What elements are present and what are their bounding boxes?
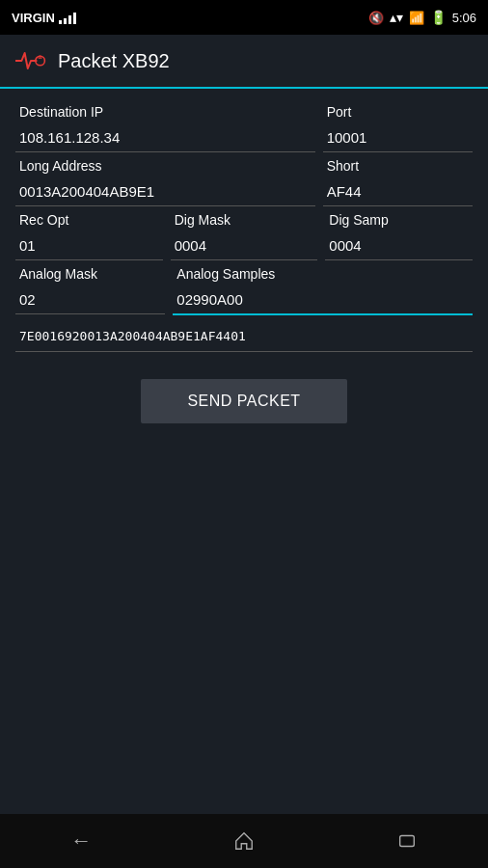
mute-icon: 🔇 — [368, 11, 384, 25]
group-port: Port — [323, 104, 473, 152]
group-rec-opt: Rec Opt — [15, 212, 163, 260]
app-title: Packet XB92 — [58, 50, 170, 72]
group-destination-ip: Destination IP — [15, 104, 315, 152]
group-analog-samples: Analog Samples — [173, 266, 473, 315]
label-destination-ip: Destination IP — [15, 104, 315, 120]
battery-icon: 🔋 — [430, 10, 447, 25]
main-content: Destination IP Port Long Address Short R… — [0, 89, 488, 814]
time-display: 5:06 — [452, 11, 476, 25]
carrier-name: VIRGIN — [12, 11, 55, 25]
signal-cell-icon: 📶 — [409, 11, 424, 25]
app-bar: Packet XB92 — [0, 35, 488, 89]
label-dig-mask: Dig Mask — [171, 212, 318, 228]
back-button[interactable]: ← — [47, 821, 115, 861]
group-dig-samp: Dig Samp — [325, 212, 473, 260]
row-analog: Analog Mask Analog Samples — [15, 266, 473, 315]
input-dig-samp[interactable] — [325, 231, 473, 260]
input-destination-ip[interactable] — [15, 123, 315, 152]
svg-rect-1 — [399, 836, 414, 847]
recents-button[interactable] — [373, 823, 441, 859]
group-dig-mask: Dig Mask — [171, 212, 318, 260]
signal-icon — [59, 11, 76, 24]
input-rec-opt[interactable] — [15, 231, 163, 260]
label-dig-samp: Dig Samp — [325, 212, 473, 228]
label-rec-opt: Rec Opt — [15, 212, 163, 228]
status-bar: VIRGIN 🔇 ▴▾ 📶 🔋 5:06 — [0, 0, 488, 35]
carrier-info: VIRGIN — [12, 11, 76, 25]
input-long-address[interactable] — [15, 177, 315, 206]
label-short: Short — [323, 158, 473, 174]
input-port[interactable] — [323, 123, 473, 152]
pulse-wave-icon — [15, 49, 46, 72]
home-icon — [233, 830, 255, 852]
wifi-icon: ▴▾ — [390, 10, 403, 25]
app-logo — [15, 49, 46, 72]
send-btn-row: Send Packet — [15, 379, 473, 423]
label-analog-mask: Analog Mask — [15, 266, 165, 282]
input-analog-mask[interactable] — [15, 285, 165, 314]
row-rec-dig: Rec Opt Dig Mask Dig Samp — [15, 212, 473, 260]
label-long-address: Long Address — [15, 158, 315, 174]
input-analog-samples[interactable] — [173, 285, 473, 315]
status-right: 🔇 ▴▾ 📶 🔋 5:06 — [368, 10, 476, 25]
row-long-short: Long Address Short — [15, 158, 473, 206]
hex-output-row — [15, 321, 473, 352]
label-analog-samples: Analog Samples — [173, 266, 473, 282]
group-short: Short — [323, 158, 473, 206]
group-analog-mask: Analog Mask — [15, 266, 165, 315]
recents-icon — [396, 830, 418, 852]
group-long-address: Long Address — [15, 158, 315, 206]
hex-output-field[interactable] — [15, 321, 473, 352]
input-dig-mask[interactable] — [171, 231, 318, 260]
nav-bar: ← — [0, 814, 488, 868]
home-button[interactable] — [210, 823, 278, 859]
label-port: Port — [323, 104, 473, 120]
row-dest-ip-port: Destination IP Port — [15, 104, 473, 152]
input-short[interactable] — [323, 177, 473, 206]
send-packet-button[interactable]: Send Packet — [141, 379, 346, 423]
